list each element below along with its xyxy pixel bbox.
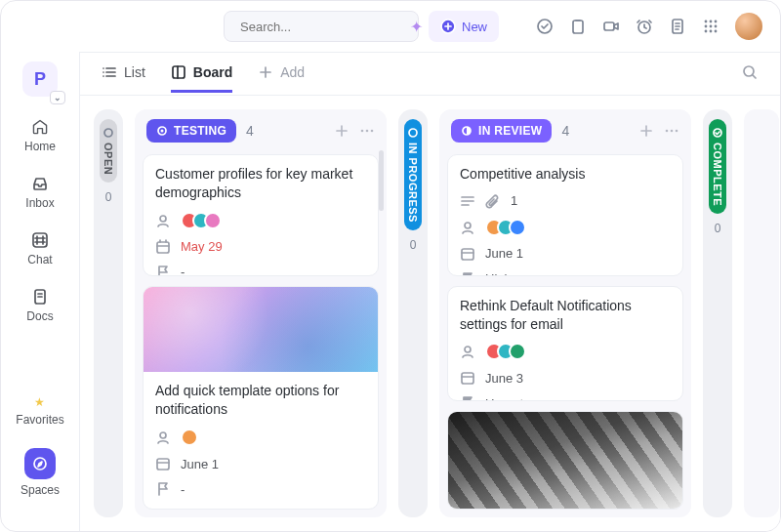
plus-icon xyxy=(258,64,273,80)
home-icon xyxy=(31,118,49,136)
view-add[interactable]: Add xyxy=(258,55,305,93)
column-header: IN REVIEW 4 xyxy=(447,117,683,144)
column-partial xyxy=(744,109,779,517)
status-circle-icon xyxy=(407,127,419,139)
column-collapsed-label: OPEN xyxy=(100,119,117,183)
new-button-label: New xyxy=(462,20,487,34)
nav-docs[interactable]: Docs xyxy=(26,288,53,323)
calendar-icon xyxy=(155,456,171,471)
due-date: June 1 xyxy=(485,246,523,261)
nav-label: Favorites xyxy=(16,413,63,427)
task-card[interactable]: Add quick template options for notificat… xyxy=(143,286,379,510)
svg-point-11 xyxy=(710,25,713,28)
column-count: 0 xyxy=(410,238,417,252)
svg-point-13 xyxy=(705,30,708,33)
search-icon xyxy=(741,63,759,81)
flag-icon xyxy=(155,481,171,497)
card-title: Add quick template options for notificat… xyxy=(155,382,366,419)
plus-icon[interactable] xyxy=(334,123,349,139)
nav-chat[interactable]: Chat xyxy=(27,231,52,266)
column-collapsed-in-progress[interactable]: IN PROGRESS 0 xyxy=(398,109,428,517)
card-title: Rethink Default Notifications settings f… xyxy=(460,297,671,334)
svg-point-34 xyxy=(671,130,674,133)
svg-rect-39 xyxy=(462,373,473,384)
column-collapsed-open[interactable]: OPEN 0 xyxy=(94,109,123,517)
assignees[interactable] xyxy=(485,219,526,236)
status-circle-icon xyxy=(103,127,114,139)
task-card[interactable]: Competitive analysis 1 June 1 xyxy=(447,154,683,276)
view-tab-list[interactable]: List xyxy=(102,55,145,93)
compass-icon xyxy=(24,448,56,479)
svg-rect-37 xyxy=(462,249,473,260)
global-search[interactable]: ✦ xyxy=(224,11,419,42)
status-chip[interactable]: TESTING xyxy=(146,119,236,143)
apps-grid-icon[interactable] xyxy=(702,18,719,35)
person-icon xyxy=(155,213,171,228)
card-title: Customer profiles for key market demogra… xyxy=(155,165,366,202)
plus-circle-icon xyxy=(440,19,456,34)
clipboard-icon[interactable] xyxy=(569,18,587,35)
plus-icon[interactable] xyxy=(638,123,654,139)
board-icon xyxy=(171,64,186,80)
ai-sparkle-icon: ✦ xyxy=(410,18,423,36)
svg-point-9 xyxy=(715,20,718,23)
nav-inbox[interactable]: Inbox xyxy=(25,175,54,210)
svg-point-25 xyxy=(366,130,369,133)
svg-point-10 xyxy=(705,25,708,28)
svg-rect-19 xyxy=(173,66,185,78)
nav-home[interactable]: Home xyxy=(24,118,56,153)
assignees[interactable] xyxy=(181,429,198,446)
alarm-icon[interactable] xyxy=(636,18,653,35)
more-icon[interactable] xyxy=(664,123,679,139)
document-icon[interactable] xyxy=(669,18,686,35)
due-date: June 1 xyxy=(181,457,219,471)
nav-label: Spaces xyxy=(21,483,60,497)
priority-label: Urgent xyxy=(485,396,523,401)
video-icon[interactable] xyxy=(602,18,620,35)
scrollbar-thumb[interactable] xyxy=(379,150,384,211)
column-collapsed-label: IN PROGRESS xyxy=(404,119,422,230)
due-date: June 3 xyxy=(485,371,523,386)
new-button[interactable]: New xyxy=(429,11,499,42)
assignees[interactable] xyxy=(181,212,222,229)
status-chip-label: IN REVIEW xyxy=(478,124,542,138)
svg-point-7 xyxy=(705,20,708,23)
view-tab-board[interactable]: Board xyxy=(171,55,232,93)
svg-point-29 xyxy=(160,432,166,438)
svg-point-31 xyxy=(409,129,417,137)
nav-favorites[interactable]: ★ Favorites xyxy=(16,395,63,427)
assignees[interactable] xyxy=(485,343,526,360)
view-bar: List Board Add xyxy=(80,53,780,96)
person-icon xyxy=(460,344,475,359)
task-check-icon[interactable] xyxy=(536,18,554,35)
column-collapsed-complete[interactable]: COMPLETE 0 xyxy=(703,109,732,517)
search-input[interactable] xyxy=(240,20,404,34)
more-icon[interactable] xyxy=(359,123,375,139)
docs-icon xyxy=(31,288,49,306)
star-icon: ★ xyxy=(34,395,45,409)
task-card[interactable]: Customer profiles for key market demogra… xyxy=(143,154,379,276)
chevron-down-icon[interactable]: ⌄ xyxy=(50,91,65,104)
task-card[interactable] xyxy=(447,411,683,510)
svg-point-33 xyxy=(666,130,669,133)
svg-point-12 xyxy=(715,25,718,28)
status-chip-label: TESTING xyxy=(174,124,226,138)
svg-point-21 xyxy=(104,129,112,137)
svg-point-24 xyxy=(361,130,364,133)
column-count: 0 xyxy=(715,222,721,235)
view-tab-label: List xyxy=(124,64,145,80)
task-card[interactable]: Rethink Default Notifications settings f… xyxy=(447,286,683,402)
svg-point-38 xyxy=(465,347,471,352)
user-avatar[interactable] xyxy=(735,13,762,40)
nav-spaces[interactable]: Spaces xyxy=(21,448,60,497)
list-icon xyxy=(102,64,117,80)
attachment-count: 1 xyxy=(511,193,517,208)
column-header: TESTING 4 xyxy=(143,117,379,144)
check-circle-icon xyxy=(712,127,723,139)
nav-label: Home xyxy=(24,140,56,153)
status-chip[interactable]: IN REVIEW xyxy=(451,119,552,143)
view-search[interactable] xyxy=(741,63,759,85)
flag-icon xyxy=(460,395,475,401)
workspace-chip[interactable]: P ⌄ xyxy=(22,61,58,97)
priority-label: - xyxy=(181,265,185,276)
